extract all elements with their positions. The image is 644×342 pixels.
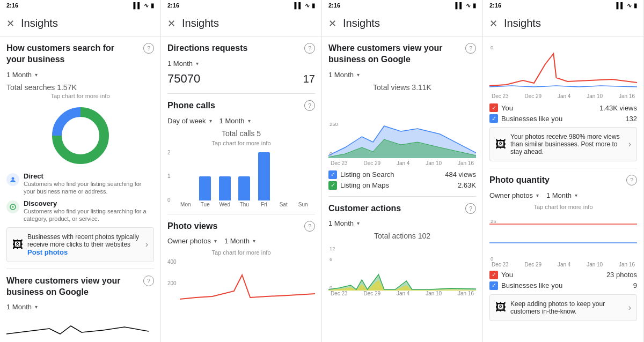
promo-box-qty[interactable]: 🖼 Keep adding photos to keep your custom… xyxy=(489,294,637,321)
help-icon-phone[interactable]: ? xyxy=(304,100,315,111)
bars-phone: Mon Tue Wed Thu xyxy=(174,154,315,207)
actions-title: Customer actions xyxy=(328,203,401,214)
cb-you-qty: ✓ xyxy=(489,271,498,279)
status-icons-1: ▌▌ ∿ ▮ xyxy=(133,2,154,9)
views3-total: Total views 3.11K xyxy=(328,83,476,92)
section-header-photoviews: Photo views ? xyxy=(167,221,315,234)
total-searches-label: Total searches 1.57K xyxy=(6,83,154,92)
tap-info-photoviews: Tap chart for more info xyxy=(167,249,315,256)
photoviews-title: Photo views xyxy=(167,221,217,232)
bar-mon: Mon xyxy=(180,200,192,207)
views-line-chart-top[interactable]: 0 xyxy=(489,43,637,91)
time-2: 2:16 xyxy=(167,2,179,9)
close-button-2[interactable]: ✕ xyxy=(167,18,175,29)
section-header-actions: Customer actions ? xyxy=(328,203,476,217)
svg-text:0: 0 xyxy=(491,45,493,50)
battery-icon-3: ▮ xyxy=(473,2,476,9)
status-bar-2: 2:16 ▌▌ ∿ ▮ xyxy=(161,0,321,11)
photo-views-chart[interactable]: 400 200 xyxy=(167,259,315,302)
camera-icon: 🖼 xyxy=(12,239,23,251)
others-row-views: ✓ Businesses like you 132 xyxy=(489,114,637,123)
views3-period[interactable]: 1 Month ▾ xyxy=(328,71,476,79)
photoqty-x-axis: Dec 23 Dec 29 Jan 4 Jan 10 Jan 16 xyxy=(489,262,637,267)
svg-text:6: 6 xyxy=(330,257,332,263)
section-header-search: How customers search for your business ? xyxy=(6,43,154,68)
close-button-1[interactable]: ✕ xyxy=(6,18,14,29)
camera-icon-2: 🖼 xyxy=(495,138,506,151)
signal-icon: ▌▌ xyxy=(133,2,142,9)
panel-1: 2:16 ▌▌ ∿ ▮ ✕ Insights How customers sea… xyxy=(0,0,161,342)
help-icon-photoviews[interactable]: ? xyxy=(304,221,315,232)
status-bar-3: 2:16 ▌▌ ∿ ▮ xyxy=(322,0,482,11)
svg-text:0: 0 xyxy=(330,151,332,157)
phone-bar-chart[interactable]: 2 1 0 Mon Tue Wed xyxy=(167,150,315,207)
time-4: 2:16 xyxy=(489,2,501,9)
cb-others-views: ✓ xyxy=(489,114,498,123)
checkbox-search[interactable]: ✓ Listing on Search 484 views xyxy=(328,170,476,179)
camera-icon-3: 🖼 xyxy=(495,301,506,314)
close-button-3[interactable]: ✕ xyxy=(328,18,336,29)
close-button-4[interactable]: ✕ xyxy=(489,18,497,29)
help-icon-actions[interactable]: ? xyxy=(465,203,476,214)
arrow-right-icon-3: › xyxy=(628,303,631,313)
directions-value-right: 17 xyxy=(303,73,315,85)
bar-sat: Sat xyxy=(277,200,289,207)
photoqty-filters[interactable]: Owner photos ▾ 1 Month ▾ xyxy=(489,191,637,199)
photo-qty-chart[interactable]: 25 0 xyxy=(489,213,637,262)
period-dropdown-1[interactable]: 1 Month ▾ xyxy=(6,71,154,79)
page-title-3: Insights xyxy=(343,17,380,29)
panel-4-content: 0 Dec 23 Dec 29 Jan 4 Jan 10 Jan 16 ✓ Yo… xyxy=(483,36,643,342)
actions-x-axis: Dec 23 Dec 29 Jan 4 Jan 10 Jan 16 xyxy=(328,291,476,296)
views-area-chart[interactable]: 0 250 xyxy=(328,94,476,158)
donut-chart[interactable] xyxy=(6,103,154,168)
panel-3: 2:16 ▌▌ ∿ ▮ ✕ Insights Where customers v… xyxy=(322,0,483,342)
bar-wed: Wed xyxy=(219,176,231,207)
divider-1 xyxy=(6,269,154,269)
divider-2 xyxy=(167,93,315,94)
help-icon-views3[interactable]: ? xyxy=(465,43,476,54)
photoqty-title: Photo quantity xyxy=(489,175,550,186)
photoviews-filters[interactable]: Owner photos ▾ 1 Month ▾ xyxy=(167,237,315,245)
directions-period[interactable]: 1 Month ▾ xyxy=(167,60,315,68)
help-icon-search[interactable]: ? xyxy=(143,43,154,54)
views-preview-chart[interactable] xyxy=(6,315,149,337)
phone-filters[interactable]: Day of week ▾ 1 Month ▾ xyxy=(167,117,315,125)
help-icon-directions[interactable]: ? xyxy=(304,43,315,54)
battery-icon-2: ▮ xyxy=(312,2,315,9)
directions-stat-row: 75070 17 xyxy=(167,72,315,87)
battery-icon: ▮ xyxy=(151,2,154,9)
checkbox-maps[interactable]: ✓ Listing on Maps 2.63K xyxy=(328,181,476,190)
discovery-icon xyxy=(6,200,19,213)
legend-discovery: Discovery Customers who find your listin… xyxy=(6,199,154,223)
status-icons-3: ▌▌ ∿ ▮ xyxy=(455,2,476,9)
panel-2: 2:16 ▌▌ ∿ ▮ ✕ Insights Directions reques… xyxy=(161,0,322,342)
time-1: 2:16 xyxy=(6,2,18,9)
section-title-search: How customers search for your business xyxy=(6,43,125,65)
actions-period[interactable]: 1 Month ▾ xyxy=(328,219,476,227)
tap-info-1: Tap chart for more info xyxy=(6,93,154,99)
cb-others-qty: ✓ xyxy=(489,281,498,290)
period-dropdown-views[interactable]: 1 Month ▾ xyxy=(6,303,154,311)
bar-sun: Sun xyxy=(297,200,309,207)
chevron-views: ▾ xyxy=(35,304,38,310)
help-icon-views[interactable]: ? xyxy=(143,276,154,286)
status-icons-4: ▌▌ ∿ ▮ xyxy=(616,2,637,9)
page-title-4: Insights xyxy=(504,17,541,29)
panel-3-content: Where customers view your business on Go… xyxy=(322,36,482,342)
page-title-2: Insights xyxy=(182,17,219,29)
tap-info-phone: Tap chart for more info xyxy=(167,140,315,146)
promo-box-views[interactable]: 🖼 Your photos receive 980% more views th… xyxy=(489,127,637,161)
signal-icon-4: ▌▌ xyxy=(616,2,625,9)
svg-text:0: 0 xyxy=(491,256,493,262)
actions-total: Total actions 102 xyxy=(328,232,476,240)
promo-box-photos[interactable]: 🖼 Businesses with recent photos typicall… xyxy=(6,227,154,262)
help-icon-photoqty[interactable]: ? xyxy=(626,175,637,185)
you-row-qty: ✓ You 23 photos xyxy=(489,271,637,279)
y-axis-phone: 2 1 0 xyxy=(167,150,173,203)
views-top-x-axis: Dec 23 Dec 29 Jan 4 Jan 10 Jan 16 xyxy=(489,93,637,99)
panel-2-content: Directions requests ? 1 Month ▾ 75070 17… xyxy=(161,36,321,342)
post-photos-button[interactable]: Post photos xyxy=(27,248,141,256)
actions-chart[interactable]: 0 6 12 xyxy=(328,242,476,291)
others-row-qty: ✓ Businesses like you 9 xyxy=(489,281,637,290)
battery-icon-4: ▮ xyxy=(634,2,637,9)
